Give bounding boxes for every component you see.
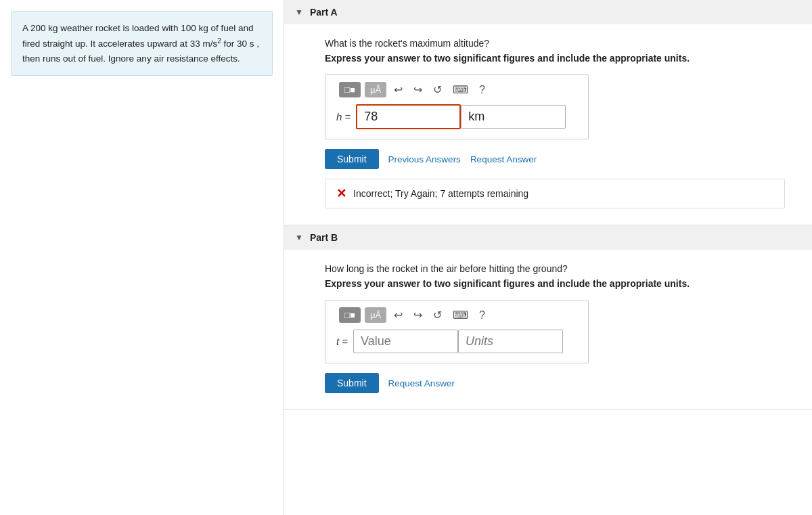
problem-text: A 200 kg weather rocket is loaded with 1…	[22, 23, 259, 64]
part-b-instruction: Express your answer to two significant f…	[325, 278, 785, 289]
matrix-button-b[interactable]: □■	[339, 307, 361, 323]
part-b-body: How long is the rocket in the air before…	[284, 250, 812, 409]
part-b-section: ▼ Part B How long is the rocket in the a…	[284, 225, 812, 410]
part-a-input-row: h =	[336, 104, 577, 129]
part-b-submit-row: Submit Request Answer	[325, 373, 785, 393]
part-b-label: Part B	[310, 232, 338, 243]
part-a-request-answer-link[interactable]: Request Answer	[470, 154, 537, 164]
part-a-answer-container: □■ μÂ ↩ ↪ ↺ ⌨ ? h =	[325, 74, 589, 139]
part-a-previous-answers-link[interactable]: Previous Answers	[388, 154, 461, 164]
refresh-button-a[interactable]: ↺	[430, 82, 445, 97]
keyboard-button-a[interactable]: ⌨	[449, 82, 472, 97]
part-a-var-label: h =	[336, 111, 351, 122]
part-b-answer-container: □■ μÂ ↩ ↪ ↺ ⌨ ? t =	[325, 300, 589, 363]
part-a-section: ▼ Part A What is the rocket's maximum al…	[284, 0, 812, 225]
part-b-toolbar: □■ μÂ ↩ ↪ ↺ ⌨ ?	[336, 307, 577, 323]
part-a-question: What is the rocket's maximum altitude?	[325, 38, 785, 49]
part-b-input-row: t =	[336, 330, 577, 353]
matrix-button-a[interactable]: □■	[339, 82, 361, 97]
part-b-value-input[interactable]	[353, 330, 458, 353]
undo-button-a[interactable]: ↩	[390, 82, 406, 97]
part-b-collapse-arrow[interactable]: ▼	[295, 233, 303, 242]
redo-button-a[interactable]: ↪	[410, 82, 426, 97]
incorrect-icon: ✕	[336, 186, 346, 201]
right-panel: ▼ Part A What is the rocket's maximum al…	[284, 0, 812, 515]
left-panel: A 200 kg weather rocket is loaded with 1…	[0, 0, 284, 515]
part-b-units-input[interactable]	[458, 330, 563, 353]
part-a-collapse-arrow[interactable]: ▼	[295, 7, 303, 17]
part-a-instruction: Express your answer to two significant f…	[325, 53, 785, 64]
part-a-label: Part A	[310, 7, 338, 18]
font-button-a[interactable]: μÂ	[365, 82, 386, 97]
refresh-button-b[interactable]: ↺	[430, 307, 445, 323]
part-a-submit-button[interactable]: Submit	[325, 149, 379, 169]
keyboard-button-b[interactable]: ⌨	[449, 307, 472, 323]
part-a-feedback-text: Incorrect; Try Again; 7 attempts remaini…	[353, 188, 528, 199]
help-button-a[interactable]: ?	[476, 83, 489, 97]
redo-button-b[interactable]: ↪	[410, 307, 426, 323]
part-b-header[interactable]: ▼ Part B	[284, 225, 812, 250]
font-button-b[interactable]: μÂ	[365, 307, 386, 323]
part-a-header[interactable]: ▼ Part A	[284, 0, 812, 24]
part-b-var-label: t =	[336, 336, 348, 347]
problem-box: A 200 kg weather rocket is loaded with 1…	[11, 11, 273, 76]
part-a-value-input[interactable]	[356, 104, 461, 129]
part-b-submit-button[interactable]: Submit	[325, 373, 379, 393]
part-b-request-answer-link[interactable]: Request Answer	[388, 378, 455, 388]
part-a-feedback-box: ✕ Incorrect; Try Again; 7 attempts remai…	[325, 179, 785, 208]
part-a-toolbar: □■ μÂ ↩ ↪ ↺ ⌨ ?	[336, 82, 577, 97]
undo-button-b[interactable]: ↩	[390, 307, 406, 323]
help-button-b[interactable]: ?	[476, 308, 489, 323]
part-b-question: How long is the rocket in the air before…	[325, 263, 785, 274]
part-a-submit-row: Submit Previous Answers Request Answer	[325, 149, 785, 169]
part-a-body: What is the rocket's maximum altitude? E…	[284, 24, 812, 225]
part-a-units-input[interactable]	[461, 105, 566, 129]
